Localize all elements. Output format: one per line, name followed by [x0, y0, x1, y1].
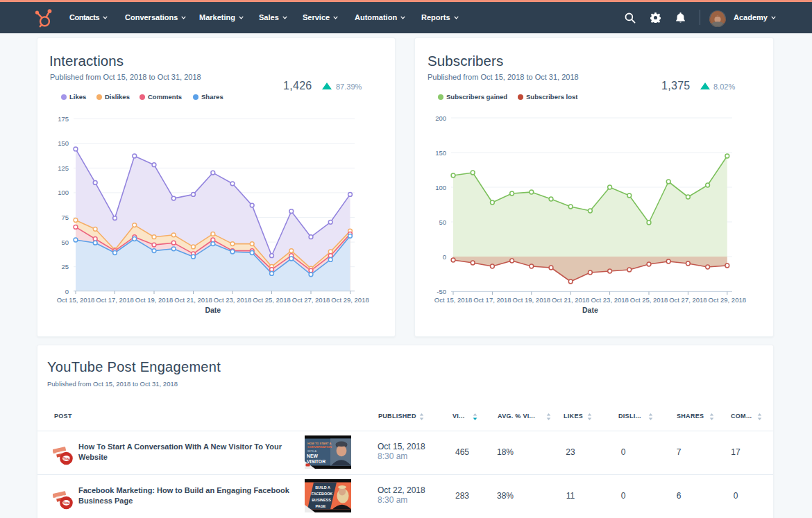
svg-text:125: 125: [58, 164, 69, 172]
svg-text:NEW: NEW: [307, 454, 318, 458]
svg-text:Oct 27, 2018: Oct 27, 2018: [669, 296, 707, 304]
svg-text:100: 100: [58, 189, 69, 196]
svg-text:Date: Date: [582, 306, 598, 314]
svg-text:Oct 15, 2018: Oct 15, 2018: [434, 296, 472, 304]
svg-text:25: 25: [61, 263, 69, 270]
svg-text:100: 100: [435, 184, 446, 191]
svg-text:Oct 15, 2018: Oct 15, 2018: [57, 296, 94, 304]
svg-text:Oct 19, 2018: Oct 19, 2018: [135, 296, 173, 304]
svg-text:Oct 21, 2018: Oct 21, 2018: [552, 296, 589, 304]
svg-text:Oct 25, 2018: Oct 25, 2018: [630, 296, 668, 304]
svg-text:Oct 17, 2018: Oct 17, 2018: [96, 296, 133, 304]
svg-text:200: 200: [435, 114, 446, 122]
svg-text:Oct 21, 2018: Oct 21, 2018: [174, 296, 212, 304]
svg-text:50: 50: [61, 239, 69, 246]
svg-text:Oct 17, 2018: Oct 17, 2018: [473, 296, 511, 304]
svg-text:Oct 19, 2018: Oct 19, 2018: [513, 296, 550, 304]
svg-text:BUILD A: BUILD A: [315, 485, 330, 490]
svg-text:FACEBOOK: FACEBOOK: [312, 492, 333, 496]
svg-text:You: You: [63, 456, 70, 460]
svg-text:150: 150: [58, 139, 69, 147]
svg-text:175: 175: [58, 115, 69, 123]
svg-text:50: 50: [439, 218, 446, 226]
svg-text:Oct 29, 2018: Oct 29, 2018: [331, 296, 369, 304]
svg-text:Oct 23, 2018: Oct 23, 2018: [591, 296, 628, 304]
svg-text:You: You: [63, 501, 70, 505]
svg-text:PAGE: PAGE: [316, 504, 326, 508]
svg-text:BUSINESS: BUSINESS: [312, 498, 331, 502]
svg-text:Oct 27, 2018: Oct 27, 2018: [292, 296, 330, 304]
svg-text:75: 75: [61, 214, 69, 221]
svg-text:-50: -50: [437, 288, 446, 295]
svg-text:HOW TO START A: HOW TO START A: [307, 442, 331, 445]
svg-text:Date: Date: [205, 306, 221, 314]
svg-text:Oct 25, 2018: Oct 25, 2018: [253, 296, 290, 304]
svg-text:Oct 23, 2018: Oct 23, 2018: [214, 296, 251, 304]
svg-text:150: 150: [435, 149, 446, 157]
svg-text:0: 0: [443, 253, 446, 261]
svg-text:0: 0: [65, 288, 69, 295]
svg-text:CONVERSATION: CONVERSATION: [307, 445, 332, 449]
svg-text:Oct 29, 2018: Oct 29, 2018: [709, 296, 746, 304]
svg-text:VISITOR: VISITOR: [307, 459, 325, 464]
svg-text:WITH A: WITH A: [307, 450, 317, 453]
